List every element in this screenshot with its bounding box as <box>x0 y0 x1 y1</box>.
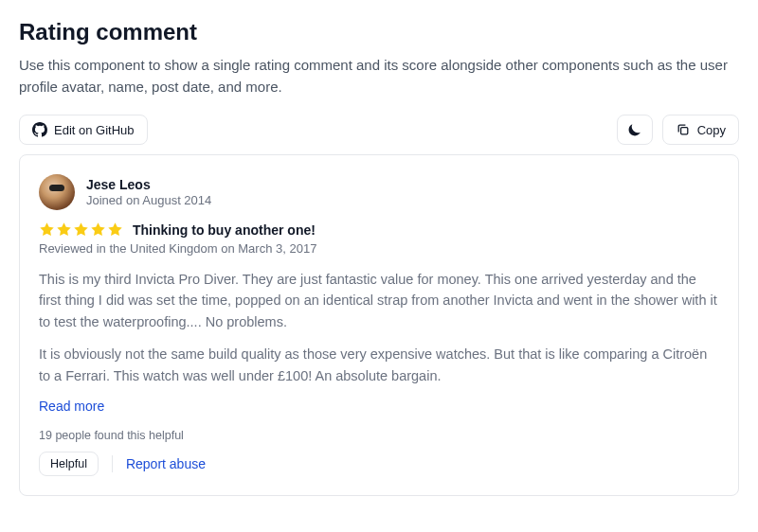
star-icon <box>39 222 55 238</box>
copy-icon <box>676 122 691 137</box>
copy-button[interactable]: Copy <box>662 115 739 145</box>
helpful-button[interactable]: Helpful <box>39 452 99 476</box>
review-actions: Helpful Report abuse <box>39 452 719 476</box>
user-info: Jese Leos Joined on August 2014 <box>86 177 211 207</box>
review-meta: Reviewed in the United Kingdom on March … <box>39 241 719 256</box>
star-icon <box>90 222 106 238</box>
helpful-count: 19 people found this helpful <box>39 429 719 442</box>
report-abuse-link[interactable]: Report abuse <box>126 456 206 471</box>
divider <box>112 455 113 472</box>
read-more-link[interactable]: Read more <box>39 399 104 414</box>
review-card: Jese Leos Joined on August 2014 Thinking… <box>19 154 739 496</box>
review-title: Thinking to buy another one! <box>133 222 316 238</box>
review-paragraph: This is my third Invicta Pro Diver. They… <box>39 269 719 332</box>
rating-row: Thinking to buy another one! <box>39 222 719 238</box>
review-paragraph: It is obviously not the same build quali… <box>39 344 719 386</box>
page-description: Use this component to show a single rati… <box>19 55 739 98</box>
edit-github-button[interactable]: Edit on GitHub <box>19 115 148 145</box>
dark-mode-toggle[interactable] <box>617 115 653 145</box>
svg-rect-0 <box>680 128 687 134</box>
edit-github-label: Edit on GitHub <box>54 123 135 137</box>
star-icon <box>107 222 123 238</box>
user-name: Jese Leos <box>86 177 211 192</box>
copy-label: Copy <box>697 123 726 137</box>
star-icon <box>73 222 89 238</box>
review-header: Jese Leos Joined on August 2014 <box>39 174 719 210</box>
page-title: Rating comment <box>19 19 739 45</box>
review-body: This is my third Invicta Pro Diver. They… <box>39 269 719 386</box>
github-icon <box>32 122 47 137</box>
star-icon <box>56 222 72 238</box>
rating-stars <box>39 222 123 238</box>
user-joined: Joined on August 2014 <box>86 193 211 207</box>
moon-icon <box>627 122 642 137</box>
toolbar-right: Copy <box>617 115 739 145</box>
toolbar: Edit on GitHub Copy <box>19 115 739 145</box>
avatar <box>39 174 75 210</box>
